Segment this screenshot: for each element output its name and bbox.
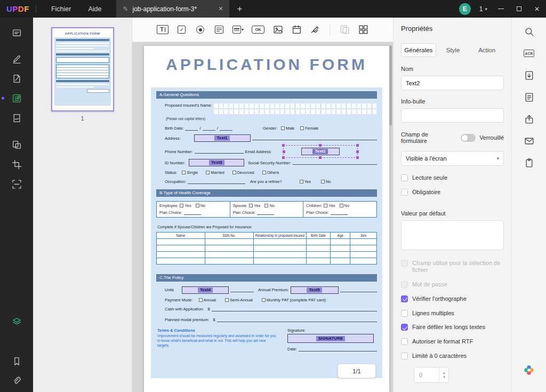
sign-page-icon[interactable] — [7, 109, 26, 127]
tab-generales[interactable]: Générales — [401, 43, 436, 57]
lock-toggle[interactable] — [461, 134, 476, 142]
tab-style[interactable]: Style — [436, 43, 470, 57]
menu-fichier[interactable]: Fichier — [43, 0, 80, 18]
printed-option: Yes — [249, 203, 260, 208]
compress-icon[interactable] — [522, 68, 536, 82]
push-button-tool[interactable]: OK — [252, 23, 264, 37]
annotate-pen-icon[interactable] — [7, 50, 26, 68]
form-field-text5[interactable]: Text5 — [291, 286, 339, 294]
form-field-text3[interactable]: Text3 — [189, 159, 244, 166]
list-box-tool[interactable] — [214, 23, 224, 37]
summary-icon[interactable] — [522, 90, 536, 104]
organize-pages-icon[interactable] — [7, 135, 26, 154]
share-icon[interactable] — [522, 112, 536, 126]
tab-action[interactable]: Action — [470, 43, 504, 57]
selection-handle[interactable] — [356, 144, 359, 147]
checkbox-verifier-orthographe[interactable]: Vérifier l'orthographe — [401, 295, 504, 303]
selection-handle[interactable] — [282, 144, 285, 147]
document-title: APPLICATION FORM — [144, 55, 389, 74]
table-row — [157, 239, 377, 245]
edit-page-icon[interactable] — [7, 69, 26, 87]
ocr-scan-icon[interactable] — [7, 175, 26, 193]
field-value: Text3 — [209, 160, 224, 165]
checkbox-lignes-multiples[interactable]: Lignes multiples — [401, 310, 504, 317]
form-tool-icon[interactable] — [7, 89, 26, 107]
vertical-scrollbar[interactable] — [389, 45, 392, 125]
document-viewport: APPLICATION FORM A.General Questions Pro… — [132, 42, 393, 392]
form-field-text2[interactable]: Text2 — [301, 148, 340, 155]
char-limit-value: 0 — [419, 372, 422, 378]
tooltip-input[interactable] — [401, 108, 504, 123]
attachment-icon[interactable] — [7, 372, 26, 390]
clipboard-icon[interactable] — [522, 156, 536, 170]
field-label: Cash with Application: — [165, 307, 204, 311]
checkbox-label: Limité à 0 caractères — [412, 353, 467, 360]
form-field-text4[interactable]: Text4 — [182, 286, 229, 294]
blank-line — [195, 149, 244, 154]
chevron-down-icon: ▾ — [485, 6, 487, 12]
signature-field-tool[interactable] — [310, 23, 320, 37]
selection-handle[interactable] — [319, 144, 322, 147]
logo-letter: D — [18, 4, 24, 13]
updf-logo[interactable]: UPDF — [6, 4, 29, 13]
checkbox-format-rtf[interactable]: Autoriser le format RTF — [401, 338, 504, 346]
radio-button-tool[interactable] — [195, 23, 206, 37]
text-field-tool[interactable]: T — [157, 23, 168, 37]
printed-option: Yes — [180, 203, 191, 208]
checkbox-glyph — [300, 180, 303, 183]
layout-grid-tool[interactable] — [358, 23, 368, 37]
user-avatar[interactable]: E — [459, 3, 471, 15]
maximize-button[interactable] — [510, 0, 528, 18]
date-field-tool[interactable] — [291, 23, 302, 37]
default-value-textarea[interactable] — [401, 220, 504, 250]
minimize-button[interactable] — [492, 0, 510, 18]
number-stepper[interactable]: ▴ ▾ — [439, 367, 448, 382]
bookmark-icon[interactable] — [7, 352, 26, 370]
printed-option: No — [340, 203, 350, 208]
selection-outline[interactable]: Text2 — [283, 145, 358, 158]
mail-icon[interactable] — [522, 134, 536, 148]
duplicate-field-tool[interactable] — [339, 23, 350, 37]
crop-page-icon[interactable] — [7, 155, 26, 173]
checkbox-icon — [401, 281, 408, 288]
comment-tool-icon[interactable] — [7, 24, 26, 42]
updf-ai-icon[interactable] — [522, 363, 536, 377]
close-window-button[interactable]: ✕ — [528, 0, 546, 18]
selection-handle[interactable] — [356, 150, 359, 153]
combo-box-tool[interactable]: ▾ — [232, 23, 244, 37]
column-header: SSN No. — [205, 233, 253, 239]
checkbox-defiler-longs-textes[interactable]: Faire défiler les longs textes — [401, 324, 504, 331]
ocr-icon[interactable]: ACR — [522, 46, 536, 60]
complete-if-text: Complete If Spouse/Children are Proposed… — [156, 225, 377, 229]
checkbox-icon — [401, 353, 408, 359]
stepper-up-icon[interactable]: ▴ — [443, 371, 445, 375]
selection-handle[interactable] — [282, 156, 285, 159]
form-field-text1[interactable]: Text1 — [194, 134, 251, 142]
selection-handle[interactable] — [283, 150, 285, 153]
visibility-select[interactable]: Visible à l'écran ▾ — [401, 151, 504, 166]
image-field-tool[interactable] — [272, 23, 283, 37]
form-field-signature[interactable]: SIGNATURE — [287, 334, 374, 343]
menu-aide[interactable]: Aide — [79, 0, 110, 18]
search-icon[interactable] — [522, 25, 536, 38]
count-dropdown[interactable]: 1 ▾ — [479, 5, 487, 13]
char-limit-input[interactable]: 0 ▴ ▾ — [414, 367, 449, 383]
tab-close-icon[interactable]: ✕ — [218, 5, 223, 12]
checkbox-tool[interactable]: ✓ — [176, 23, 187, 37]
updf-app-window: UPDF Fichier Aide ✎ job-application-form… — [0, 0, 546, 392]
stepper-down-icon[interactable]: ▾ — [443, 375, 445, 379]
selection-handle[interactable] — [356, 156, 359, 159]
checkbox-limite-caracteres[interactable]: Limité à 0 caractères — [401, 353, 504, 360]
field-label: Plan Choice: — [159, 210, 182, 215]
selection-handle[interactable] — [319, 156, 322, 159]
printed-option: No — [196, 203, 206, 208]
new-tab-button[interactable]: + — [229, 4, 250, 14]
field-label: Children: — [306, 203, 322, 208]
page-thumbnail[interactable]: APPLICATION FORM — [51, 27, 114, 111]
section-c-header: C.The Policy — [156, 274, 377, 282]
checkbox-lecture-seule[interactable]: Lecture seule — [401, 174, 504, 182]
checkbox-obligatoire[interactable]: Obligatoire — [401, 189, 504, 196]
layers-icon[interactable] — [7, 313, 26, 331]
name-input[interactable] — [401, 76, 504, 90]
document-tab[interactable]: ✎ job-application-form-3* ✕ — [116, 0, 229, 18]
